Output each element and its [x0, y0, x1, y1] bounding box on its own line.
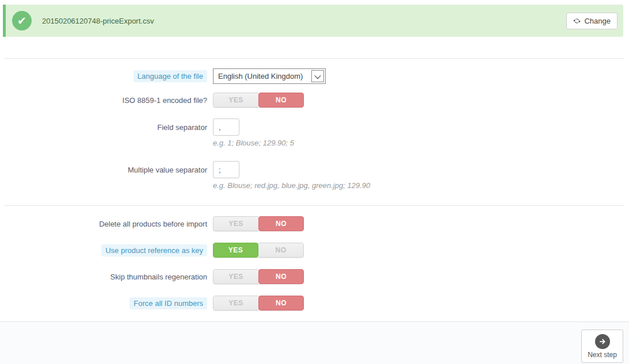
uploaded-filename: 20150206120748-priceExport.csv: [42, 17, 566, 25]
row-iso-encoding: ISO 8859-1 encoded file? YES NO: [0, 93, 629, 108]
language-label: Language of the file: [134, 70, 207, 82]
language-select[interactable]: English (United Kingdom): [213, 68, 326, 84]
multiple-value-separator-label: Multiple value separator: [128, 166, 207, 174]
delete-all-products-no[interactable]: NO: [258, 216, 304, 231]
row-skip-thumbnails: Skip thumbnails regeneration YES NO: [0, 269, 629, 284]
arrow-right-icon: [595, 334, 610, 349]
chevron-down-icon: [311, 70, 324, 82]
divider-top: [5, 58, 624, 59]
skip-thumbnails-no[interactable]: NO: [258, 269, 304, 284]
divider-middle: [5, 205, 624, 206]
force-ids-toggle[interactable]: YES NO: [213, 296, 304, 311]
iso-encoding-no[interactable]: NO: [258, 93, 304, 108]
use-product-reference-toggle[interactable]: YES NO: [213, 243, 304, 258]
row-force-ids: Force all ID numbers YES NO: [0, 296, 629, 311]
force-ids-label: Force all ID numbers: [129, 297, 207, 309]
delete-all-products-yes[interactable]: YES: [213, 216, 258, 231]
force-ids-no[interactable]: NO: [258, 296, 304, 311]
use-product-reference-yes[interactable]: YES: [213, 243, 258, 258]
language-selected-value: English (United Kingdom): [214, 72, 311, 81]
field-separator-hint: e.g. 1; Blouse; 129.90; 5: [213, 139, 294, 147]
next-step-button[interactable]: Next step: [581, 329, 623, 363]
check-icon: ✔: [12, 11, 32, 30]
iso-encoding-yes[interactable]: YES: [213, 93, 258, 108]
field-separator-label: Field separator: [157, 123, 207, 132]
skip-thumbnails-toggle[interactable]: YES NO: [213, 269, 304, 284]
row-use-product-reference: Use product reference as key YES NO: [0, 243, 629, 258]
change-file-button[interactable]: Change: [566, 13, 617, 29]
field-separator-input[interactable]: [213, 118, 239, 136]
multiple-value-separator-hint: e.g. Blouse; red.jpg, blue.jpg, green.jp…: [213, 181, 370, 190]
row-field-separator: Field separator: [0, 118, 629, 136]
refresh-icon: [573, 17, 581, 25]
row-delete-all-products: Delete all products before import YES NO: [0, 216, 629, 231]
use-product-reference-no[interactable]: NO: [258, 243, 304, 258]
change-button-label: Change: [584, 17, 611, 25]
skip-thumbnails-yes[interactable]: YES: [213, 269, 258, 284]
iso-encoding-label: ISO 8859-1 encoded file?: [123, 96, 207, 105]
next-step-label: Next step: [588, 351, 617, 359]
panel-footer: Next step: [0, 321, 629, 364]
use-product-reference-label: Use product reference as key: [101, 244, 207, 256]
row-language: Language of the file English (United Kin…: [0, 68, 629, 84]
force-ids-yes[interactable]: YES: [213, 296, 258, 311]
skip-thumbnails-label: Skip thumbnails regeneration: [110, 273, 207, 281]
multiple-value-separator-input[interactable]: [213, 161, 239, 178]
delete-all-products-label: Delete all products before import: [99, 220, 207, 228]
upload-success-banner: ✔ 20150206120748-priceExport.csv Change: [3, 5, 623, 37]
delete-all-products-toggle[interactable]: YES NO: [213, 216, 304, 231]
iso-encoding-toggle[interactable]: YES NO: [213, 93, 304, 108]
row-multiple-value-separator: Multiple value separator: [0, 161, 629, 178]
